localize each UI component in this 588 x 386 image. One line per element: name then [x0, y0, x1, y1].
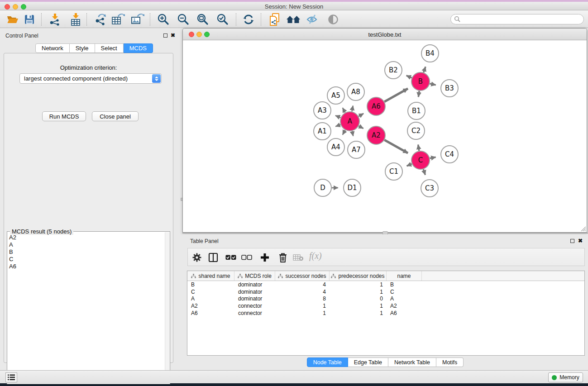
- edge-A2-C[interactable]: [384, 140, 408, 153]
- show-panels-button[interactable]: [326, 12, 340, 27]
- edge-C-C4[interactable]: [430, 157, 436, 158]
- export-network-button[interactable]: [93, 12, 108, 27]
- plus-icon: [260, 253, 269, 262]
- table-cell: connector: [234, 303, 275, 309]
- table-cell: A6: [387, 310, 422, 316]
- table-cell: 1: [330, 310, 387, 316]
- table-cell: B: [387, 281, 422, 288]
- mcds-result-list: A2ABCA6: [8, 234, 164, 383]
- deselect-all-button[interactable]: [241, 252, 253, 263]
- optimization-criterion-select[interactable]: largest connected component (directed): [19, 73, 162, 84]
- mcds-result-item[interactable]: C: [8, 256, 164, 263]
- table-row[interactable]: Cdominator41C: [187, 288, 584, 295]
- table-tab-edge-table[interactable]: Edge Table: [348, 357, 388, 367]
- table-cell: 1: [330, 289, 387, 295]
- control-panel: Control Panel ✖ NetworkStyleSelectMCDS O…: [0, 28, 177, 370]
- zoom-out-button[interactable]: [176, 12, 191, 27]
- import-table-button[interactable]: [68, 12, 83, 27]
- export-table-button[interactable]: [111, 12, 125, 27]
- mcds-result-item[interactable]: A: [8, 242, 164, 249]
- table-cell: connector: [234, 310, 275, 316]
- mcds-result-item[interactable]: A2: [8, 234, 164, 242]
- edge-A-A1[interactable]: [335, 125, 340, 127]
- tab-style[interactable]: Style: [70, 43, 95, 53]
- edge-A-A3[interactable]: [335, 115, 341, 118]
- zoom-in-button[interactable]: [156, 12, 171, 27]
- table-row[interactable]: A2connector11A2: [187, 302, 584, 310]
- edge-C-C3[interactable]: [423, 169, 425, 175]
- memory-status-icon: [552, 375, 557, 380]
- float-table-panel-icon[interactable]: [570, 239, 574, 243]
- mcds-result-item[interactable]: B: [8, 249, 164, 256]
- node-label-C4: C4: [445, 150, 454, 158]
- zoom-fit-button[interactable]: [196, 12, 210, 27]
- zoom-fit-icon: [196, 13, 209, 26]
- column-header-successor-nodes[interactable]: successor nodes: [275, 271, 330, 281]
- import-network-icon: [48, 13, 61, 26]
- node-label-B3: B3: [445, 84, 454, 92]
- table-tab-node-table[interactable]: Node Table: [307, 357, 348, 367]
- table-tab-motifs[interactable]: Motifs: [436, 357, 464, 367]
- mcds-result-item[interactable]: A6: [8, 263, 164, 271]
- open-file-button[interactable]: [5, 12, 20, 27]
- memory-button[interactable]: Memory: [548, 372, 583, 382]
- zoom-selected-button[interactable]: [215, 12, 230, 27]
- column-header-MCDS-role[interactable]: MCDS role: [234, 271, 275, 281]
- column-header-shared-name[interactable]: shared name: [187, 271, 234, 281]
- table-row[interactable]: Bdominator41B: [187, 281, 584, 288]
- task-console-button[interactable]: [5, 372, 17, 382]
- save-session-button[interactable]: [22, 12, 37, 27]
- edge-A-A6[interactable]: [359, 114, 363, 116]
- select-all-button[interactable]: [225, 252, 237, 263]
- tab-mcds[interactable]: MCDS: [124, 43, 153, 53]
- table-settings-button[interactable]: [191, 252, 203, 263]
- window-resize-grip[interactable]: [579, 225, 586, 231]
- edge-A6-B[interactable]: [384, 89, 408, 102]
- mcds-scrollbar[interactable]: [165, 232, 169, 383]
- edge-B-B3[interactable]: [430, 84, 435, 85]
- table-cell: dominator: [234, 289, 275, 295]
- table-row[interactable]: Adominator80A: [187, 295, 584, 303]
- column-header-predecessor-nodes[interactable]: predecessor nodes: [330, 271, 387, 281]
- show-columns-button[interactable]: [207, 252, 219, 263]
- edge-C-C2[interactable]: [418, 145, 419, 151]
- table-cell: A2: [387, 303, 422, 309]
- network-canvas[interactable]: B4B2BB3A5A8A6A3B1AA1C2A2A4A7C4CC1C3DD1: [183, 41, 587, 232]
- delete-table-button-disabled[interactable]: [292, 252, 304, 263]
- tab-network[interactable]: Network: [35, 43, 70, 53]
- search-input[interactable]: [450, 14, 584, 24]
- node-label-C2: C2: [411, 127, 421, 135]
- edge-A-A2[interactable]: [359, 126, 363, 129]
- edge-A-A5[interactable]: [343, 108, 345, 113]
- close-table-panel-icon[interactable]: ✖: [578, 238, 583, 243]
- close-panel-button[interactable]: Close panel: [92, 111, 139, 121]
- table-tab-network-table[interactable]: Network Table: [388, 357, 436, 367]
- function-builder-button[interactable]: f(x): [309, 251, 322, 261]
- refresh-button[interactable]: [241, 12, 256, 27]
- edge-A-A8[interactable]: [352, 105, 353, 111]
- table-cell: C: [387, 289, 422, 295]
- home-view-button[interactable]: [286, 12, 301, 27]
- edge-B-B2[interactable]: [406, 76, 412, 78]
- create-column-button[interactable]: [259, 252, 271, 263]
- export-image-button[interactable]: [130, 12, 145, 27]
- column-header-name[interactable]: name: [387, 271, 422, 281]
- network-window-titlebar[interactable]: testGlobe.txt: [183, 29, 587, 40]
- edge-B-B1[interactable]: [418, 91, 419, 97]
- edge-C-C1[interactable]: [407, 164, 412, 166]
- hide-panels-button[interactable]: [306, 12, 320, 27]
- delete-column-button[interactable]: [277, 252, 289, 263]
- edge-A-A7[interactable]: [352, 131, 354, 136]
- close-panel-icon[interactable]: ✖: [171, 33, 175, 38]
- open-network-file-button[interactable]: [268, 12, 282, 27]
- tab-select[interactable]: Select: [95, 43, 124, 53]
- node-label-D1: D1: [347, 184, 357, 192]
- table-toolbar: f(x): [187, 248, 585, 266]
- run-mcds-button[interactable]: Run MCDS: [42, 111, 86, 121]
- edge-B-B4[interactable]: [424, 67, 425, 72]
- table-row[interactable]: A6connector11A6: [187, 310, 584, 317]
- float-panel-icon[interactable]: [163, 33, 167, 38]
- network-file-icon: [268, 13, 281, 26]
- edge-A-A4[interactable]: [343, 130, 345, 135]
- import-network-button[interactable]: [48, 12, 62, 27]
